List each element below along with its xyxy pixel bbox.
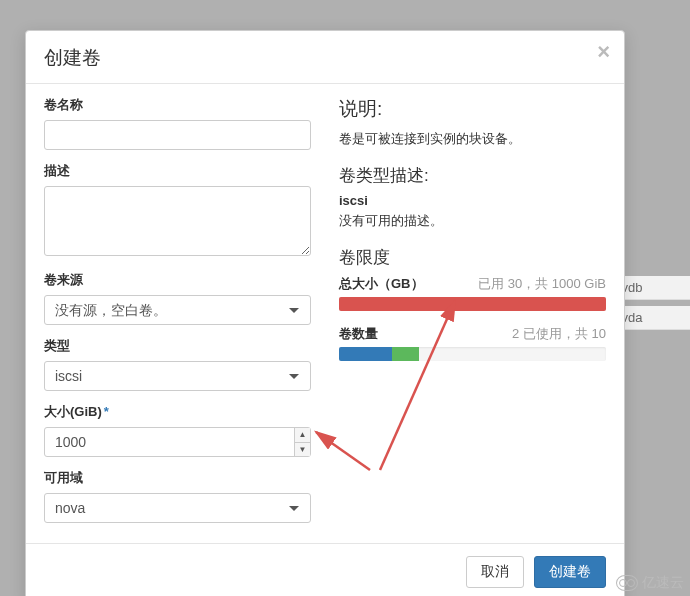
explain-text: 卷是可被连接到实例的块设备。: [339, 130, 606, 148]
size-stepper: ▲ ▼: [294, 428, 310, 456]
watermark: 亿速云: [616, 574, 684, 592]
quota-count: 卷数量 2 已使用，共 10: [339, 325, 606, 361]
quota-size-label: 总大小（GB）: [339, 275, 424, 293]
source-label: 卷来源: [44, 271, 311, 289]
source-select[interactable]: 没有源，空白卷。: [44, 295, 311, 325]
required-mark: *: [104, 404, 109, 419]
volume-name-input[interactable]: [44, 120, 311, 150]
type-label: 类型: [44, 337, 311, 355]
explain-heading: 说明:: [339, 96, 606, 122]
submit-button[interactable]: 创建卷: [534, 556, 606, 588]
quota-count-bar-used: [339, 347, 392, 361]
typedesc-text: 没有可用的描述。: [339, 212, 606, 230]
quota-count-bar-proposed: [392, 347, 419, 361]
watermark-icon: [616, 575, 638, 591]
cancel-button[interactable]: 取消: [466, 556, 524, 588]
typedesc-heading: 卷类型描述:: [339, 164, 606, 187]
quota-count-value: 2 已使用，共 10: [512, 325, 606, 343]
size-step-down[interactable]: ▼: [295, 443, 310, 457]
quota-size-bar: [339, 297, 606, 311]
size-label: 大小(GiB)*: [44, 403, 311, 421]
size-step-up[interactable]: ▲: [295, 428, 310, 443]
create-volume-dialog: 创建卷 × 卷名称 描述 卷来源 没有源，空白卷。 类型: [25, 30, 625, 596]
form-column: 卷名称 描述 卷来源 没有源，空白卷。 类型 iscsi: [44, 96, 325, 535]
dialog-footer: 取消 创建卷: [26, 543, 624, 596]
dialog-title: 创建卷: [44, 45, 606, 71]
typedesc-name: iscsi: [339, 193, 606, 208]
quota-size-value: 已用 30，共 1000 GiB: [478, 275, 606, 293]
dialog-body: 卷名称 描述 卷来源 没有源，空白卷。 类型 iscsi: [26, 84, 624, 543]
volume-name-label: 卷名称: [44, 96, 311, 114]
availability-zone-label: 可用域: [44, 469, 311, 487]
help-column: 说明: 卷是可被连接到实例的块设备。 卷类型描述: iscsi 没有可用的描述。…: [325, 96, 606, 535]
availability-zone-select[interactable]: nova: [44, 493, 311, 523]
size-input[interactable]: [44, 427, 311, 457]
type-select[interactable]: iscsi: [44, 361, 311, 391]
dialog-header: 创建卷 ×: [26, 31, 624, 84]
description-textarea[interactable]: [44, 186, 311, 256]
quota-size: 总大小（GB） 已用 30，共 1000 GiB: [339, 275, 606, 311]
close-icon[interactable]: ×: [597, 41, 610, 63]
description-label: 描述: [44, 162, 311, 180]
quota-count-label: 卷数量: [339, 325, 378, 343]
quota-size-bar-fill: [339, 297, 606, 311]
limits-heading: 卷限度: [339, 246, 606, 269]
quota-count-bar: [339, 347, 606, 361]
